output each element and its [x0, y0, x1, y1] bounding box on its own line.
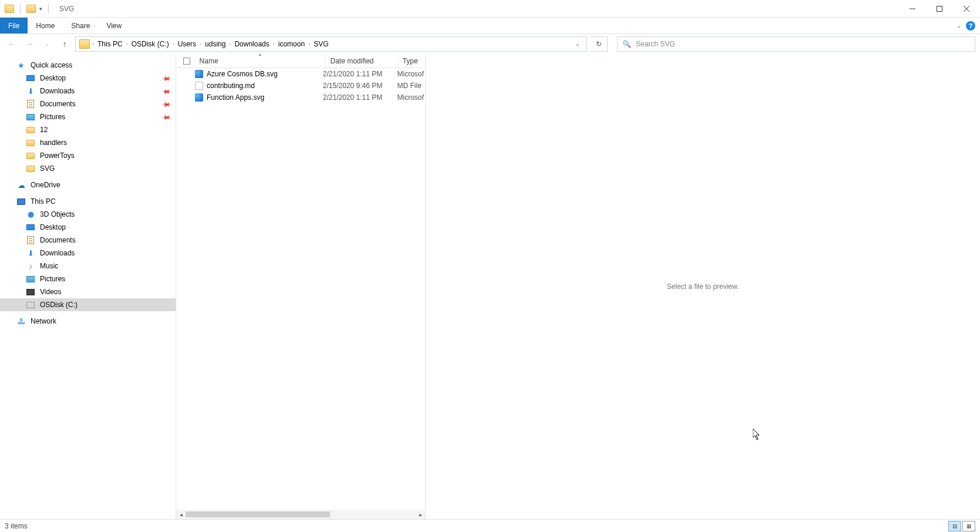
sidebar-item[interactable]: Desktop [0, 221, 176, 234]
file-name: Azure Cosmos DB.svg [207, 70, 278, 78]
back-button[interactable]: ← [5, 37, 19, 51]
sidebar-item-label: handlers [40, 139, 67, 147]
tab-home[interactable]: Home [28, 18, 63, 33]
horizontal-scrollbar[interactable]: ◂ ▸ [176, 510, 425, 519]
qat-dropdown-icon[interactable]: ▾ [39, 6, 42, 12]
sidebar-item-label: Videos [40, 288, 61, 296]
sidebar-item-label: Downloads [40, 249, 75, 257]
minimize-button[interactable] [899, 0, 926, 18]
column-header-name[interactable]: ▴ Name [195, 54, 326, 68]
sidebar-quick-access[interactable]: ★ Quick access [0, 59, 176, 72]
forward-button[interactable]: → [22, 37, 36, 51]
preview-pane: Select a file to preview. [426, 54, 980, 519]
sidebar-item-label: Desktop [40, 74, 66, 82]
address-folder-icon [79, 39, 90, 49]
breadcrumb-item[interactable]: SVG [310, 37, 332, 51]
star-icon: ★ [16, 61, 26, 69]
up-button[interactable]: ↑ [58, 37, 72, 51]
qat-folder-icon[interactable] [26, 5, 36, 13]
sidebar-item[interactable]: handlers [0, 136, 176, 149]
file-date: 2/15/2020 9:46 PM [323, 82, 398, 90]
sidebar-network[interactable]: 🖧 Network [0, 315, 176, 328]
tab-file[interactable]: File [0, 18, 28, 33]
sidebar-this-pc[interactable]: This PC [0, 195, 176, 208]
select-all-checkbox[interactable] [183, 58, 190, 65]
pin-icon: 📌 [161, 112, 171, 122]
details-view-button[interactable]: ▤ [948, 521, 961, 531]
desktop-icon [26, 224, 35, 230]
recent-dropdown[interactable]: ⌄ [40, 37, 54, 51]
file-name: Function Apps.svg [207, 93, 264, 102]
scroll-right-icon[interactable]: ▸ [416, 511, 425, 518]
address-row: ← → ⌄ ↑ › This PC › OSDisk (C:) › Users … [0, 34, 980, 54]
sidebar-item[interactable]: Videos [0, 285, 176, 298]
title-bar: ▾ SVG [0, 0, 980, 18]
window-title: SVG [59, 5, 74, 13]
preview-empty-text: Select a file to preview. [667, 282, 739, 291]
breadcrumb-item[interactable]: OSDisk (C:) [128, 37, 173, 51]
svg-rect-1 [937, 6, 942, 11]
file-row[interactable]: Azure Cosmos DB.svg2/21/2020 1:11 PMMicr… [176, 68, 425, 80]
pic-icon [26, 114, 35, 120]
sidebar-item[interactable]: OSDisk (C:) [0, 298, 176, 311]
address-bar[interactable]: › This PC › OSDisk (C:) › Users › udsing… [75, 36, 587, 52]
scroll-left-icon[interactable]: ◂ [176, 511, 186, 518]
folder-icon [26, 127, 35, 133]
sidebar-item-label: Desktop [40, 223, 66, 231]
file-type: MD File [397, 82, 425, 90]
column-header-date[interactable]: Date modified [325, 54, 398, 68]
sidebar-item[interactable]: Pictures [0, 272, 176, 285]
scroll-thumb[interactable] [186, 511, 330, 517]
sidebar-item-label: Music [40, 262, 58, 270]
breadcrumb-item[interactable]: This PC [94, 37, 126, 51]
file-type: Microsof [397, 70, 425, 78]
tab-view[interactable]: View [98, 18, 130, 33]
file-row[interactable]: Function Apps.svg2/21/2020 1:11 PMMicros… [176, 92, 425, 103]
sidebar-item[interactable]: ⬢3D Objects [0, 208, 176, 221]
sidebar-item[interactable]: Pictures📌 [0, 110, 176, 123]
ribbon-collapse-icon[interactable]: ⌄ [957, 22, 961, 29]
help-icon[interactable]: ? [966, 21, 975, 31]
breadcrumb-item[interactable]: udsing [201, 37, 229, 51]
sidebar-item[interactable]: 12 [0, 123, 176, 136]
address-dropdown-icon[interactable]: ⌄ [571, 41, 585, 47]
sidebar-item-label: SVG [40, 164, 55, 173]
sidebar-item[interactable]: Documents📌 [0, 97, 176, 110]
sidebar-label: Network [31, 317, 56, 325]
column-header-row: ▴ Name Date modified Type [176, 54, 425, 68]
pin-icon: 📌 [161, 86, 171, 96]
folder-icon [26, 166, 35, 172]
maximize-button[interactable] [926, 0, 953, 18]
sidebar-item[interactable]: Documents [0, 234, 176, 247]
desktop-icon [26, 75, 35, 81]
file-date: 2/21/2020 1:11 PM [323, 70, 398, 78]
sidebar-label: This PC [31, 197, 56, 206]
sidebar-onedrive[interactable]: ☁ OneDrive [0, 179, 176, 191]
sidebar-item[interactable]: PowerToys [0, 149, 176, 162]
file-date: 2/21/2020 1:11 PM [323, 93, 398, 102]
sidebar-item[interactable]: Desktop📌 [0, 72, 176, 85]
breadcrumb-item[interactable]: Downloads [231, 37, 272, 51]
breadcrumb-item[interactable]: Users [174, 37, 200, 51]
tab-share[interactable]: Share [63, 18, 98, 33]
refresh-button[interactable]: ↻ [590, 36, 608, 52]
sidebar-item[interactable]: SVG [0, 162, 176, 175]
pc-icon [17, 198, 25, 205]
item-count: 3 items [5, 522, 28, 530]
file-list-pane: ▴ Name Date modified Type Azure Cosmos D… [176, 54, 426, 519]
sidebar-item[interactable]: ♪Music [0, 260, 176, 272]
column-header-type[interactable]: Type [398, 54, 425, 68]
sort-asc-icon: ▴ [259, 52, 261, 57]
sidebar-item[interactable]: ⬇Downloads [0, 247, 176, 260]
file-row[interactable]: contributing.md2/15/2020 9:46 PMMD File [176, 80, 425, 92]
down-icon: ⬇ [28, 249, 34, 258]
pin-icon: 📌 [161, 73, 171, 83]
sidebar-item[interactable]: ⬇Downloads📌 [0, 85, 176, 97]
close-button[interactable] [953, 0, 980, 18]
folder-icon [26, 153, 35, 159]
breadcrumb-item[interactable]: icomoon [275, 37, 308, 51]
thumbnails-view-button[interactable]: ▦ [962, 521, 975, 531]
pic-icon [26, 276, 35, 282]
search-box[interactable]: 🔍 Search SVG [617, 36, 975, 52]
folder-icon [26, 140, 35, 146]
